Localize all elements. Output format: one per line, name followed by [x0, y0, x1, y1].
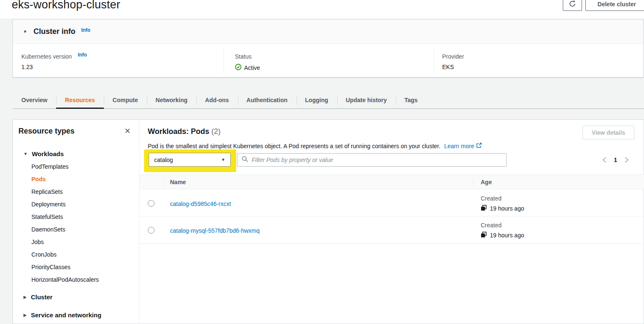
refresh-icon: [569, 0, 576, 9]
sidebar-item-jobs[interactable]: Jobs: [31, 239, 44, 245]
service-networking-group-label: Service and networking: [31, 311, 101, 319]
search-icon: [242, 156, 248, 164]
row-divider: [139, 216, 644, 216]
column-header-name: Name: [170, 179, 186, 185]
cluster-tabs: Overview Resources Compute Networking Ad…: [13, 92, 644, 109]
sidebar-item-cronjobs[interactable]: CronJobs: [31, 251, 57, 258]
pods-filter-search[interactable]: [237, 153, 507, 167]
sidebar-group-cluster[interactable]: ▶ Cluster: [23, 293, 52, 301]
pod-link-catalog-mysql[interactable]: catalog-mysql-557fdb7bd6-hwxmq: [170, 227, 260, 234]
tab-authentication[interactable]: Authentication: [238, 92, 296, 108]
workloads-group-label: Workloads: [32, 150, 64, 157]
cluster-info-card: ▼ Cluster info Info Kubernetes version I…: [13, 19, 644, 77]
field-divider: [224, 47, 224, 74]
row-radio-catalog[interactable]: [148, 200, 155, 207]
pods-count: (2): [211, 127, 221, 136]
chevron-down-icon: ▼: [23, 152, 28, 156]
age-value: 19 hours ago: [490, 205, 524, 212]
refresh-button[interactable]: [563, 0, 582, 11]
sidebar-group-workloads[interactable]: ▼ Workloads: [23, 150, 64, 157]
sidebar-item-statefulsets[interactable]: StatefulSets: [31, 213, 63, 220]
pods-description-text: Pod is the smallest and simplest Kuberne…: [148, 143, 440, 149]
sidebar-item-pods[interactable]: Pods: [31, 176, 46, 183]
close-icon[interactable]: ✕: [124, 126, 131, 136]
age-status-label: Created: [481, 222, 502, 229]
sidebar-item-deployments[interactable]: Deployments: [31, 201, 66, 208]
kubernetes-version-value: 1.23: [21, 64, 87, 70]
row-radio-catalog-mysql[interactable]: [148, 227, 155, 234]
copy-icon: [481, 231, 487, 239]
row-divider: [139, 243, 644, 244]
search-input[interactable]: [252, 157, 502, 163]
current-page-number[interactable]: 1: [614, 157, 617, 163]
sidebar-item-priorityclasses[interactable]: PriorityClasses: [31, 264, 70, 270]
cluster-info-body: Kubernetes version Info 1.23 Status Acti…: [13, 44, 643, 77]
age-value: 19 hours ago: [490, 232, 524, 239]
chevron-right-icon[interactable]: [624, 157, 629, 163]
age-status-label: Created: [481, 195, 502, 202]
kubernetes-version-info-link[interactable]: Info: [78, 52, 87, 58]
column-divider: [473, 178, 474, 186]
tab-add-ons[interactable]: Add-ons: [196, 92, 238, 108]
age-value-line: 19 hours ago: [481, 231, 524, 239]
tab-resources[interactable]: Resources: [56, 92, 104, 108]
cluster-group-label: Cluster: [31, 293, 53, 301]
age-value-line: 19 hours ago: [481, 205, 524, 212]
tab-compute[interactable]: Compute: [104, 92, 147, 108]
sidebar-item-horizontalpodautoscalers[interactable]: HorizontalPodAutoscalers: [31, 276, 99, 283]
provider-label: Provider: [442, 53, 464, 60]
chevron-right-icon: ▶: [23, 313, 27, 317]
tab-overview[interactable]: Overview: [13, 92, 56, 108]
kubernetes-version-label: Kubernetes version: [21, 53, 72, 60]
column-divider: [164, 178, 165, 186]
status-label: Status: [235, 53, 252, 60]
provider-value: EKS: [442, 64, 464, 70]
field-kubernetes-version: Kubernetes version Info 1.23: [21, 53, 87, 70]
status-badge: Active: [244, 64, 260, 71]
cluster-info-title: Cluster info: [33, 27, 75, 36]
chevron-down-icon: ▼: [23, 29, 27, 34]
page-title: eks-workshop-cluster: [12, 0, 120, 11]
eks-cluster-page: eks-workshop-cluster Delete cluster ▼ Cl…: [0, 0, 644, 324]
sidebar-group-service-and-networking[interactable]: ▶ Service and networking: [23, 311, 101, 319]
field-status: Status Active: [235, 53, 260, 72]
pods-description: Pod is the smallest and simplest Kuberne…: [148, 142, 482, 149]
tab-logging[interactable]: Logging: [296, 92, 337, 108]
field-provider: Provider EKS: [442, 53, 464, 70]
resources-content-card: [13, 119, 644, 324]
filter-dropdown-value: catalog: [154, 157, 173, 163]
column-header-age: Age: [481, 179, 492, 185]
panel-divider: [139, 120, 139, 324]
external-link-icon: [476, 142, 482, 149]
pods-panel-title: Workloads: Pods(2): [148, 127, 221, 136]
field-divider: [434, 47, 434, 74]
pods-title-text: Workloads: Pods: [148, 127, 209, 136]
tab-networking[interactable]: Networking: [147, 92, 196, 108]
view-details-button[interactable]: View details: [582, 126, 634, 139]
sidebar-item-replicasets[interactable]: ReplicaSets: [31, 188, 63, 195]
sidebar-item-podtemplates[interactable]: PodTemplates: [31, 163, 69, 170]
copy-icon: [481, 205, 487, 212]
cluster-info-header[interactable]: ▼ Cluster info Info: [13, 20, 643, 44]
tab-update-history[interactable]: Update history: [337, 92, 396, 108]
learn-more-label: Learn more: [444, 143, 474, 149]
delete-cluster-button[interactable]: Delete cluster: [585, 0, 644, 11]
chevron-left-icon[interactable]: [602, 157, 607, 163]
sidebar-item-daemonsets[interactable]: DaemonSets: [31, 226, 65, 233]
pod-link-catalog[interactable]: catalog-d5985c46-rxcxt: [170, 201, 231, 207]
check-circle-icon: [235, 64, 242, 72]
chevron-right-icon: ▶: [23, 295, 27, 299]
chevron-down-icon: ▼: [221, 157, 225, 162]
learn-more-link[interactable]: Learn more: [444, 142, 482, 149]
tab-tags[interactable]: Tags: [396, 92, 427, 108]
cluster-info-info-link[interactable]: Info: [81, 27, 90, 33]
namespace-filter-dropdown[interactable]: catalog ▼: [149, 153, 231, 167]
pagination: 1: [602, 153, 629, 167]
pods-table-header: Name Age: [139, 175, 644, 189]
resource-types-title: Resource types: [18, 127, 75, 136]
